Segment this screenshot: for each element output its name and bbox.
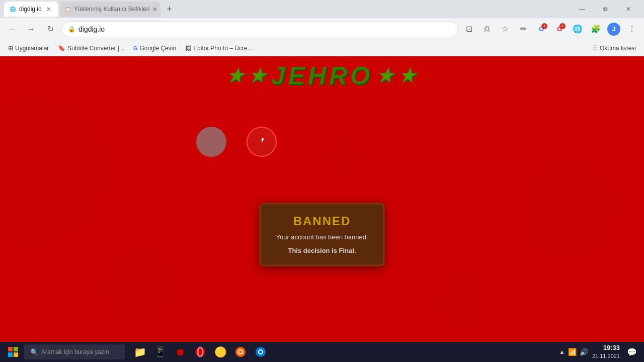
star-right-2: ★ [399, 65, 417, 86]
share-icon[interactable]: ⎙ [479, 21, 495, 37]
search-bar[interactable]: 🔍 Aramak için buraya yazın [24, 344, 125, 359]
bookmark-editor-label: Editor.Pho.to – Ücre... [193, 45, 252, 52]
window-controls: — ⧉ ✕ [571, 0, 640, 18]
extension-icon-2[interactable]: G 1 [551, 21, 568, 37]
address-text: digdig.io [78, 25, 105, 33]
bookmark-subtitle[interactable]: 🔖 Subtitle Converter |... [54, 42, 128, 54]
ban-final: This decision is Final. [276, 247, 368, 254]
nav-bar: ← → ↻ 🔒 digdig.io ⊡ ⎙ ☆ ✏ G 1 G 1 🌐 🧩 J [0, 18, 644, 40]
tab-digdig[interactable]: 🌐 digdig.io ✕ [4, 2, 58, 17]
tab-title-2: Yüklenmiş Kullanıcı Betikleri [74, 6, 150, 13]
screenshot-icon[interactable]: ⊡ [461, 21, 477, 37]
chrome-icon-2 [255, 346, 267, 358]
bg-circle-1 [0, 97, 111, 247]
maximize-button[interactable]: ⧉ [594, 0, 617, 18]
back-button[interactable]: ← [4, 21, 20, 37]
game-logo: ★ ★ JEHRO ★ ★ [227, 61, 417, 90]
windows-logo-icon [8, 346, 19, 357]
svg-point-4 [195, 347, 205, 357]
apps-icon: ⊞ [8, 45, 13, 52]
close-button[interactable]: ✕ [617, 0, 640, 18]
svg-rect-0 [8, 347, 13, 351]
extensions-icon[interactable]: 🧩 [588, 21, 604, 37]
taskbar-app-files[interactable]: 📁 [131, 343, 149, 361]
notification-button[interactable]: 💬 [624, 344, 640, 360]
bookmark-reading[interactable]: ☰ Okuma listesi [588, 42, 640, 54]
star-right-1: ★ [377, 65, 395, 86]
start-button[interactable] [4, 343, 22, 361]
taskbar-app-record[interactable]: ⏺ [171, 343, 189, 361]
opera-icon [194, 346, 206, 358]
taskbar-app-opera[interactable] [191, 343, 209, 361]
tab-favicon-2: 📋 [65, 6, 71, 13]
search-placeholder: Aramak için buraya yazın [41, 348, 109, 355]
extension-badge-2: 1 [559, 23, 566, 29]
tab-title-1: digdig.io [19, 6, 42, 13]
taskbar-apps: 📁 📱 ⏺ 🟡 [131, 343, 270, 361]
extension-badge-1: 1 [541, 23, 547, 29]
new-tab-button[interactable]: + [163, 2, 177, 16]
star-left-2: ★ [249, 65, 267, 86]
tab-scripts[interactable]: 📋 Yüklenmiş Kullanıcı Betikleri ✕ [60, 2, 160, 17]
extension-icon-1[interactable]: G 1 [533, 21, 549, 37]
chevron-up-icon[interactable]: ▲ [559, 348, 565, 355]
page-content: ★ ★ JEHRO ★ ★ BANNED Your account has be… [0, 56, 644, 362]
player-ghost [196, 127, 226, 157]
ban-dialog: BANNED Your account has been banned. Thi… [259, 203, 384, 266]
bookmarks-bar: ⊞ Uygulamalar 🔖 Subtitle Converter |... … [0, 40, 644, 56]
speaker-icon: 🔊 [580, 348, 588, 356]
menu-button[interactable]: ⋮ [624, 21, 640, 37]
ban-subtitle: Your account has been banned. [276, 233, 368, 241]
toolbar-icons: ⊡ ⎙ ☆ ✏ G 1 G 1 🌐 🧩 J ⋮ [461, 21, 640, 37]
bookmark-apps-label: Uygulamalar [15, 45, 49, 52]
profile-button[interactable]: J [606, 21, 622, 37]
network-icon: 📶 [568, 348, 577, 356]
bg-circle-3 [101, 246, 176, 322]
pen-icon[interactable]: ✏ [515, 21, 531, 37]
ban-title: BANNED [276, 214, 368, 228]
translate-icon[interactable]: 🌐 [570, 21, 586, 37]
taskbar-app-yellow[interactable]: 🟡 [211, 343, 229, 361]
reading-icon: ☰ [592, 45, 598, 52]
search-icon: 🔍 [30, 348, 38, 356]
forward-button[interactable]: → [23, 21, 39, 37]
tab-close-2[interactable]: ✕ [152, 5, 157, 13]
svg-rect-1 [14, 347, 18, 351]
chrome-icon-1 [234, 346, 247, 358]
bookmark-reading-label: Okuma listesi [600, 45, 636, 52]
svg-rect-2 [8, 352, 13, 357]
logo-text: JEHRO [271, 61, 373, 90]
bookmark-apps[interactable]: ⊞ Uygulamalar [4, 42, 53, 54]
bookmark-translate-label: Google Çeviri [139, 45, 176, 52]
bg-circle-5 [322, 137, 362, 177]
taskbar-app-chrome2[interactable] [252, 343, 270, 361]
lock-icon: 🔒 [68, 26, 75, 33]
system-icons: ▲ 📶 🔊 [559, 348, 588, 356]
clock-date: 21.11.2021 [592, 352, 620, 359]
reload-button[interactable]: ↻ [42, 21, 58, 37]
clock-time: 19:33 [592, 344, 620, 352]
tab-favicon-1: 🌐 [9, 6, 16, 13]
svg-rect-3 [14, 352, 18, 357]
player-active [247, 127, 277, 157]
editor-icon: 🖼 [185, 45, 191, 52]
star-left-1: ★ [227, 65, 245, 86]
address-bar[interactable]: 🔒 digdig.io [61, 21, 458, 37]
svg-point-11 [259, 350, 262, 353]
bookmark-editor[interactable]: 🖼 Editor.Pho.to – Ücre... [181, 42, 256, 54]
minimize-button[interactable]: — [571, 0, 594, 18]
subtitle-icon: 🔖 [58, 45, 65, 52]
tab-close-1[interactable]: ✕ [45, 5, 53, 13]
bookmark-translate[interactable]: G Google Çeviri [129, 42, 180, 54]
taskbar-app-phone[interactable]: 📱 [151, 343, 169, 361]
bookmark-star-icon[interactable]: ☆ [497, 21, 513, 37]
bookmark-subtitle-label: Subtitle Converter |... [67, 45, 124, 52]
title-bar: 🌐 digdig.io ✕ 📋 Yüklenmiş Kullanıcı Beti… [0, 0, 644, 18]
profile-avatar: J [607, 23, 620, 36]
taskbar-app-chrome1[interactable] [231, 343, 250, 361]
taskbar-right: ▲ 📶 🔊 19:33 21.11.2021 💬 [559, 344, 640, 360]
svg-point-8 [239, 350, 242, 353]
bg-circle-2 [518, 157, 619, 257]
taskbar: 🔍 Aramak için buraya yazın 📁 📱 ⏺ 🟡 [0, 342, 644, 362]
clock[interactable]: 19:33 21.11.2021 [592, 344, 620, 359]
